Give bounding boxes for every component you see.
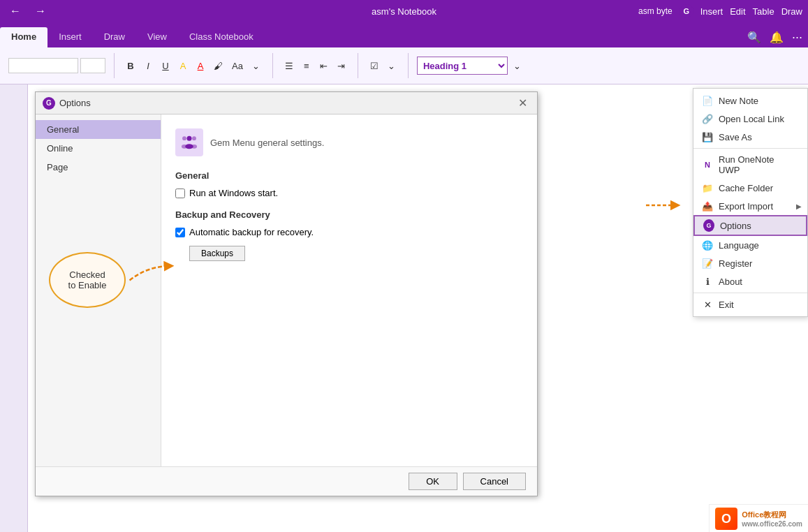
numbered-list-button[interactable]: ≡	[299, 58, 314, 73]
font-color-button[interactable]: A	[193, 58, 208, 73]
menu-item-cache-folder[interactable]: 📁 Cache Folder	[693, 179, 807, 197]
checkbox-button[interactable]: ☑	[367, 58, 382, 73]
main-area: G Options ✕ General Online Page Gem Me	[0, 84, 808, 532]
dialog-close-button[interactable]: ✕	[515, 96, 530, 110]
context-menu: 📄 New Note 🔗 Open Local Link 💾 Save As N…	[693, 88, 808, 317]
watermark-text: Office教程网 www.office26.com	[742, 510, 802, 528]
exit-icon: ✕	[702, 299, 713, 310]
edit-label[interactable]: Edit	[730, 6, 745, 17]
search-icon[interactable]: 🔍	[747, 31, 761, 44]
heading-select[interactable]: Heading 1	[417, 57, 508, 75]
menu-item-options[interactable]: G Options	[693, 215, 807, 236]
menu-item-cache-folder-label: Cache Folder	[719, 183, 773, 193]
heading-group: Heading 1 ⌄	[414, 57, 528, 75]
tab-view[interactable]: View	[136, 27, 178, 47]
menu-item-export-import[interactable]: 📤 Export Import ▶	[693, 197, 807, 215]
tab-home[interactable]: Home	[0, 27, 47, 47]
outdent-button[interactable]: ⇤	[316, 58, 332, 73]
menu-separator-1	[693, 148, 807, 149]
sidebar-item-online[interactable]: Online	[36, 139, 161, 158]
bold-button[interactable]: B	[123, 58, 138, 73]
menu-item-open-local-link-label: Open Local Link	[719, 114, 784, 124]
menu-item-options-label: Options	[720, 221, 751, 231]
more-options-icon[interactable]: ···	[792, 30, 802, 45]
italic-button[interactable]: I	[140, 58, 156, 73]
format-group: B I U A A 🖌 Aa ⌄	[120, 58, 267, 73]
language-icon: 🌐	[702, 239, 713, 251]
sidebar-item-page[interactable]: Page	[36, 158, 161, 177]
dialog-title-text: Options	[59, 98, 91, 108]
heading-dropdown[interactable]: ⌄	[510, 58, 525, 73]
run-at-windows-start-row[interactable]: Run at Windows start.	[175, 188, 523, 198]
auto-backup-label: Automatic backup for recovery.	[189, 227, 314, 237]
menu-item-run-onenote[interactable]: N Run OneNote UWP	[693, 151, 807, 179]
tab-class-notebook[interactable]: Class Notebook	[178, 27, 265, 47]
folder-icon: 📁	[702, 182, 713, 193]
link-icon: 🔗	[702, 113, 713, 124]
dialog-header-icon	[175, 128, 203, 156]
backups-button[interactable]: Backups	[189, 246, 245, 261]
run-at-windows-start-label: Run at Windows start.	[189, 188, 278, 198]
checkbox-group: ☑ ⌄	[364, 58, 402, 73]
tab-insert[interactable]: Insert	[47, 27, 93, 47]
sidebar-item-general[interactable]: General	[36, 120, 161, 139]
menu-item-run-onenote-label: Run OneNote UWP	[719, 154, 793, 175]
note-icon: 📄	[702, 95, 713, 106]
draw-label[interactable]: Draw	[781, 6, 802, 17]
svg-point-2	[192, 136, 196, 140]
annotation-text: Checkedto Enable	[68, 269, 107, 290]
auto-backup-row[interactable]: Automatic backup for recovery.	[175, 227, 523, 237]
underline-button[interactable]: U	[158, 58, 173, 73]
title-bar-right: asm byte G Insert Edit Table Draw	[638, 4, 802, 18]
forward-button[interactable]: →	[31, 3, 50, 19]
backup-section: Backup and Recovery Automatic backup for…	[175, 209, 523, 261]
menu-item-open-local-link[interactable]: 🔗 Open Local Link	[693, 110, 807, 128]
bell-icon[interactable]: 🔔	[770, 31, 784, 44]
ribbon-tabs: Home Insert Draw View Class Notebook 🔍 🔔…	[0, 22, 808, 47]
run-at-windows-start-checkbox[interactable]	[175, 189, 185, 198]
highlight-button[interactable]: A	[175, 58, 191, 73]
svg-point-1	[182, 136, 186, 140]
font-family-select[interactable]: Calibri Light	[8, 58, 78, 73]
annotation-bubble: Checkedto Enable	[49, 252, 126, 308]
tab-draw[interactable]: Draw	[93, 27, 136, 47]
cancel-button[interactable]: Cancel	[463, 473, 526, 490]
page-area: G Options ✕ General Online Page Gem Me	[28, 84, 808, 532]
font-group: Calibri Light 20	[6, 58, 108, 73]
menu-item-language[interactable]: 🌐 Language	[693, 236, 807, 254]
menu-item-save-as[interactable]: 💾 Save As	[693, 128, 807, 146]
menu-item-new-note[interactable]: 📄 New Note	[693, 91, 807, 110]
title-bar-left: ← →	[6, 3, 50, 19]
register-icon: 📝	[702, 258, 713, 269]
general-section: General Run at Windows start.	[175, 170, 523, 198]
format-dropdown[interactable]: ⌄	[249, 58, 264, 73]
format-painter-button[interactable]: 🖌	[210, 58, 226, 73]
insert-label[interactable]: Insert	[700, 6, 723, 17]
menu-separator-2	[693, 293, 807, 293]
dialog-gem-icon: G	[43, 97, 55, 110]
menu-item-about-label: About	[719, 276, 742, 287]
menu-item-about[interactable]: ℹ About	[693, 272, 807, 290]
gem-icon[interactable]: G	[680, 4, 693, 18]
submenu-arrow-icon: ▶	[796, 202, 802, 210]
checkbox-dropdown[interactable]: ⌄	[384, 58, 399, 73]
options-icon: G	[703, 220, 714, 231]
svg-point-5	[191, 145, 197, 149]
menu-item-exit-label: Exit	[719, 300, 734, 310]
font-size-input[interactable]: 20	[80, 58, 105, 73]
menu-item-register[interactable]: 📝 Register	[693, 254, 807, 272]
save-icon: 💾	[702, 131, 713, 142]
export-icon: 📤	[702, 200, 713, 212]
indent-button[interactable]: ⇥	[334, 58, 349, 73]
menu-item-save-as-label: Save As	[719, 132, 752, 142]
back-button[interactable]: ←	[6, 3, 25, 19]
ok-button[interactable]: OK	[409, 473, 457, 490]
ribbon-content: Calibri Light 20 B I U A A 🖌 Aa ⌄ ☰ ≡ ⇤ …	[0, 47, 808, 84]
auto-backup-checkbox[interactable]	[175, 228, 185, 237]
user-name: asm byte	[638, 6, 673, 16]
clear-format-button[interactable]: Aa	[228, 58, 247, 73]
bullet-list-button[interactable]: ☰	[281, 58, 297, 73]
table-label[interactable]: Table	[753, 6, 774, 17]
menu-item-exit[interactable]: ✕ Exit	[693, 295, 807, 313]
menu-item-language-label: Language	[719, 240, 759, 251]
